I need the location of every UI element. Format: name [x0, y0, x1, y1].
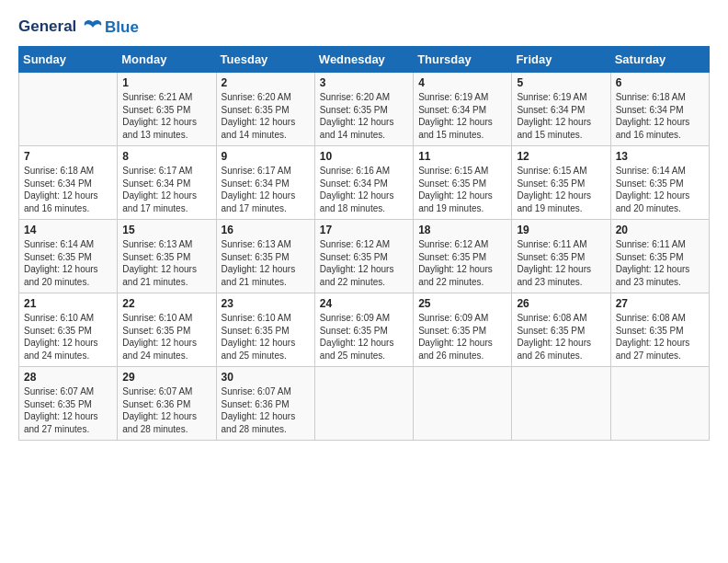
calendar-cell: 2Sunrise: 6:20 AMSunset: 6:35 PMDaylight…	[216, 73, 314, 146]
day-number: 3	[320, 76, 408, 89]
calendar-cell: 28Sunrise: 6:07 AMSunset: 6:35 PMDayligh…	[19, 367, 118, 441]
cell-info: Sunrise: 6:19 AMSunset: 6:34 PMDaylight:…	[517, 91, 605, 141]
calendar-cell: 27Sunrise: 6:08 AMSunset: 6:35 PMDayligh…	[610, 293, 709, 367]
cell-info: Sunrise: 6:14 AMSunset: 6:35 PMDaylight:…	[24, 238, 112, 288]
day-number: 1	[122, 76, 210, 89]
calendar-cell: 23Sunrise: 6:10 AMSunset: 6:35 PMDayligh…	[216, 293, 314, 367]
header-friday: Friday	[512, 47, 610, 73]
calendar-cell: 13Sunrise: 6:14 AMSunset: 6:35 PMDayligh…	[610, 146, 709, 220]
cell-info: Sunrise: 6:19 AMSunset: 6:34 PMDaylight:…	[418, 91, 506, 141]
calendar-cell	[610, 367, 709, 441]
week-row-1: 1Sunrise: 6:21 AMSunset: 6:35 PMDaylight…	[19, 73, 710, 146]
day-number: 2	[222, 76, 310, 89]
day-number: 23	[222, 297, 310, 310]
calendar-cell: 3Sunrise: 6:20 AMSunset: 6:35 PMDaylight…	[314, 73, 413, 146]
day-number: 26	[517, 297, 605, 310]
calendar-cell	[314, 367, 413, 441]
calendar-cell: 19Sunrise: 6:11 AMSunset: 6:35 PMDayligh…	[512, 220, 610, 293]
cell-info: Sunrise: 6:12 AMSunset: 6:35 PMDaylight:…	[320, 238, 408, 288]
calendar-cell: 14Sunrise: 6:14 AMSunset: 6:35 PMDayligh…	[19, 220, 118, 293]
logo-general: General	[18, 17, 76, 35]
calendar-cell: 22Sunrise: 6:10 AMSunset: 6:35 PMDayligh…	[118, 293, 216, 367]
cell-info: Sunrise: 6:14 AMSunset: 6:35 PMDaylight:…	[616, 165, 704, 214]
cell-info: Sunrise: 6:18 AMSunset: 6:34 PMDaylight:…	[616, 91, 704, 141]
day-number: 25	[418, 297, 506, 310]
day-number: 13	[616, 150, 704, 163]
day-number: 29	[122, 371, 210, 384]
week-row-4: 21Sunrise: 6:10 AMSunset: 6:35 PMDayligh…	[19, 293, 710, 367]
cell-info: Sunrise: 6:10 AMSunset: 6:35 PMDaylight:…	[222, 312, 310, 362]
day-number: 15	[122, 224, 210, 236]
cell-info: Sunrise: 6:15 AMSunset: 6:35 PMDaylight:…	[517, 165, 605, 214]
calendar-cell: 20Sunrise: 6:11 AMSunset: 6:35 PMDayligh…	[610, 220, 709, 293]
day-number: 10	[320, 150, 408, 163]
cell-info: Sunrise: 6:13 AMSunset: 6:35 PMDaylight:…	[222, 238, 310, 288]
day-number: 11	[418, 150, 506, 163]
calendar-cell: 10Sunrise: 6:16 AMSunset: 6:34 PMDayligh…	[314, 146, 413, 220]
calendar-cell: 5Sunrise: 6:19 AMSunset: 6:34 PMDaylight…	[512, 73, 610, 146]
cell-info: Sunrise: 6:09 AMSunset: 6:35 PMDaylight:…	[320, 312, 408, 362]
day-number: 5	[517, 76, 605, 89]
cell-info: Sunrise: 6:15 AMSunset: 6:35 PMDaylight:…	[418, 165, 506, 214]
calendar-cell: 17Sunrise: 6:12 AMSunset: 6:35 PMDayligh…	[314, 220, 413, 293]
page-header: General Blue	[18, 18, 710, 37]
calendar-cell: 7Sunrise: 6:18 AMSunset: 6:34 PMDaylight…	[19, 146, 118, 220]
header-monday: Monday	[118, 47, 216, 73]
week-row-5: 28Sunrise: 6:07 AMSunset: 6:35 PMDayligh…	[19, 367, 710, 441]
cell-info: Sunrise: 6:20 AMSunset: 6:35 PMDaylight:…	[222, 91, 310, 141]
cell-info: Sunrise: 6:10 AMSunset: 6:35 PMDaylight:…	[122, 312, 210, 362]
calendar-cell	[19, 73, 118, 146]
calendar-cell: 9Sunrise: 6:17 AMSunset: 6:34 PMDaylight…	[216, 146, 314, 220]
cell-info: Sunrise: 6:07 AMSunset: 6:36 PMDaylight:…	[122, 385, 210, 435]
day-number: 8	[122, 150, 210, 163]
header-wednesday: Wednesday	[314, 47, 413, 73]
day-number: 14	[24, 224, 112, 236]
day-number: 7	[24, 150, 112, 163]
week-row-2: 7Sunrise: 6:18 AMSunset: 6:34 PMDaylight…	[19, 146, 710, 220]
logo-blue: Blue	[105, 18, 139, 37]
calendar-cell: 18Sunrise: 6:12 AMSunset: 6:35 PMDayligh…	[414, 220, 512, 293]
day-number: 28	[24, 371, 112, 384]
day-number: 6	[616, 76, 704, 89]
header-tuesday: Tuesday	[216, 47, 314, 73]
calendar-cell: 26Sunrise: 6:08 AMSunset: 6:35 PMDayligh…	[512, 293, 610, 367]
calendar-cell: 25Sunrise: 6:09 AMSunset: 6:35 PMDayligh…	[414, 293, 512, 367]
cell-info: Sunrise: 6:11 AMSunset: 6:35 PMDaylight:…	[517, 238, 605, 288]
day-number: 20	[616, 224, 704, 236]
cell-info: Sunrise: 6:10 AMSunset: 6:35 PMDaylight:…	[24, 312, 112, 362]
calendar-cell: 16Sunrise: 6:13 AMSunset: 6:35 PMDayligh…	[216, 220, 314, 293]
calendar-cell: 15Sunrise: 6:13 AMSunset: 6:35 PMDayligh…	[118, 220, 216, 293]
day-number: 30	[222, 371, 310, 384]
calendar-table: SundayMondayTuesdayWednesdayThursdayFrid…	[18, 46, 710, 441]
cell-info: Sunrise: 6:12 AMSunset: 6:35 PMDaylight:…	[418, 238, 506, 288]
cell-info: Sunrise: 6:08 AMSunset: 6:35 PMDaylight:…	[517, 312, 605, 362]
calendar-cell: 11Sunrise: 6:15 AMSunset: 6:35 PMDayligh…	[414, 146, 512, 220]
cell-info: Sunrise: 6:18 AMSunset: 6:34 PMDaylight:…	[24, 165, 112, 214]
day-number: 4	[418, 76, 506, 89]
cell-info: Sunrise: 6:07 AMSunset: 6:35 PMDaylight:…	[24, 385, 112, 435]
day-number: 21	[24, 297, 112, 310]
calendar-cell: 30Sunrise: 6:07 AMSunset: 6:36 PMDayligh…	[216, 367, 314, 441]
calendar-cell: 8Sunrise: 6:17 AMSunset: 6:34 PMDaylight…	[118, 146, 216, 220]
cell-info: Sunrise: 6:08 AMSunset: 6:35 PMDaylight:…	[616, 312, 704, 362]
cell-info: Sunrise: 6:20 AMSunset: 6:35 PMDaylight:…	[320, 91, 408, 141]
cell-info: Sunrise: 6:11 AMSunset: 6:35 PMDaylight:…	[616, 238, 704, 288]
week-row-3: 14Sunrise: 6:14 AMSunset: 6:35 PMDayligh…	[19, 220, 710, 293]
day-number: 16	[222, 224, 310, 236]
logo: General Blue	[18, 18, 139, 37]
calendar-cell	[512, 367, 610, 441]
calendar-cell: 12Sunrise: 6:15 AMSunset: 6:35 PMDayligh…	[512, 146, 610, 220]
calendar-cell: 21Sunrise: 6:10 AMSunset: 6:35 PMDayligh…	[19, 293, 118, 367]
calendar-cell: 4Sunrise: 6:19 AMSunset: 6:34 PMDaylight…	[414, 73, 512, 146]
logo-bird-icon	[83, 18, 103, 37]
cell-info: Sunrise: 6:09 AMSunset: 6:35 PMDaylight:…	[418, 312, 506, 362]
calendar-header-row: SundayMondayTuesdayWednesdayThursdayFrid…	[19, 47, 710, 73]
day-number: 9	[222, 150, 310, 163]
calendar-cell: 29Sunrise: 6:07 AMSunset: 6:36 PMDayligh…	[118, 367, 216, 441]
day-number: 18	[418, 224, 506, 236]
calendar-cell	[414, 367, 512, 441]
cell-info: Sunrise: 6:16 AMSunset: 6:34 PMDaylight:…	[320, 165, 408, 214]
day-number: 27	[616, 297, 704, 310]
header-thursday: Thursday	[414, 47, 512, 73]
day-number: 17	[320, 224, 408, 236]
